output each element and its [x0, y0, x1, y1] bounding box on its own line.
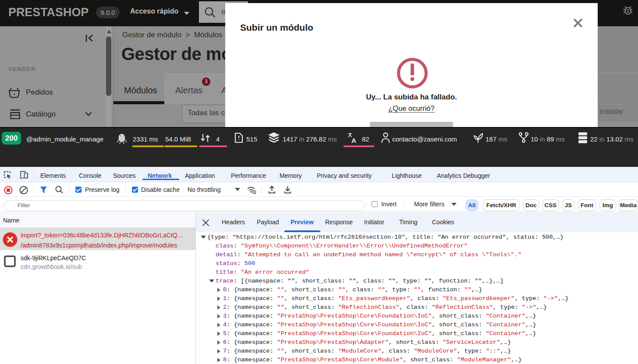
svg-text:A: A: [351, 137, 356, 144]
